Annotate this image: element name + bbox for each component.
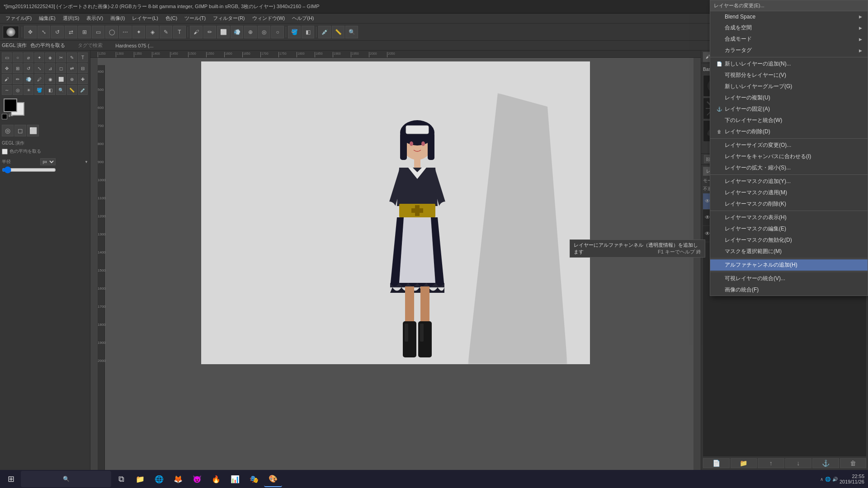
ctx-separator-6 xyxy=(710,272,868,272)
ctx-icon-17 xyxy=(716,201,723,208)
ctx-item-inner-23: 可視レイヤーの統合(V)... xyxy=(716,275,785,282)
ctx-item-scale-layer[interactable]: レイヤーの拡大・縮小(S)... xyxy=(710,162,868,174)
ctx-icon-22 xyxy=(716,262,723,269)
ctx-item-inner-9: ⚓ レイヤーの固定(A) xyxy=(716,105,770,113)
ctx-separator-1 xyxy=(710,57,868,57)
ctx-icon-20 xyxy=(716,237,723,244)
ctx-item-color-tag[interactable]: カラータグ xyxy=(710,45,868,56)
taskbar-clock[interactable]: 22:55 2019/11/26 xyxy=(840,474,864,484)
ctx-separator-4 xyxy=(710,211,868,211)
ctx-item-inner-3: 合成モード xyxy=(716,35,752,43)
ctx-icon-7 xyxy=(716,83,723,90)
ctx-item-inner-18: レイヤーマスクの表示(H) xyxy=(716,214,787,221)
ctx-icon-19 xyxy=(716,225,723,233)
ctx-item-blend-space2[interactable]: 合成を空間 xyxy=(710,22,868,33)
ctx-icon-15 xyxy=(716,178,723,185)
taskbar-start-btn[interactable]: ⊞ xyxy=(2,471,20,487)
ctx-item-disable-mask[interactable]: レイヤーマスクの無効化(D) xyxy=(710,235,868,246)
taskbar-right: ∧ 🌐 🔊 22:55 2019/11/26 xyxy=(820,474,866,484)
taskbar-volume-icon: 🔊 xyxy=(832,477,838,482)
ctx-icon-9: ⚓ xyxy=(716,106,723,113)
ctx-item-fit-canvas[interactable]: レイヤーをキャンバスに合わせる(I) xyxy=(710,151,868,162)
ctx-icon-8 xyxy=(716,94,723,102)
ctx-item-flatten-image[interactable]: 画像の統合(F) xyxy=(710,284,868,296)
ctx-item-visible-to-layer[interactable]: 可視部分をレイヤーに(V) xyxy=(710,70,868,81)
taskbar-time: 22:55 xyxy=(840,474,864,479)
taskbar: ⊞ 🔍 ⧉ 📁 🌐 🦊 😈 🔥 📊 🎭 🎨 ∧ 🌐 🔊 22:55 2019/1… xyxy=(0,470,868,488)
ctx-separator-2 xyxy=(710,138,868,139)
ctx-item-new-layer[interactable]: 📄 新しいレイヤーの追加(N)... xyxy=(710,58,868,70)
ctx-separator-5 xyxy=(710,258,868,258)
taskbar-app5-btn[interactable]: 🔥 xyxy=(207,471,225,487)
ctx-item-new-group[interactable]: 新しいレイヤーグループ(G) xyxy=(710,81,868,92)
ctx-item-inner-19: レイヤーマスクの編集(E) xyxy=(716,225,786,233)
ctx-icon-10 xyxy=(716,117,723,124)
taskbar-taskview-btn[interactable]: ⧉ xyxy=(112,471,130,487)
ctx-item-inner-13: レイヤーをキャンバスに合わせる(I) xyxy=(716,153,811,160)
ctx-icon-24 xyxy=(716,286,723,294)
ctx-item-merge-down[interactable]: 下のレイヤーと統合(W) xyxy=(710,115,868,126)
taskbar-app7-btn[interactable]: 🎭 xyxy=(245,471,263,487)
ctx-item-apply-mask[interactable]: レイヤーマスクの適用(M) xyxy=(710,187,868,198)
ctx-item-inner-10: 下のレイヤーと統合(W) xyxy=(716,117,782,124)
ctx-icon-12 xyxy=(716,142,723,149)
alpha-tooltip-shortcut: F1 キーでヘルプ 終 xyxy=(658,249,701,255)
ctx-item-inner-2: 合成を空間 xyxy=(716,24,752,32)
ctx-item-inner-7: 新しいレイヤーグループ(G) xyxy=(716,83,792,90)
taskbar-date: 2019/11/26 xyxy=(840,479,864,484)
ctx-item-edit-mask[interactable]: レイヤーマスクの編集(E) xyxy=(710,223,868,235)
ctx-item-anchor[interactable]: ⚓ レイヤーの固定(A) xyxy=(710,103,868,115)
ctx-item-inner-17: レイヤーマスクの削除(K) xyxy=(716,200,786,208)
context-menu-header: レイヤー名の変更(E)... xyxy=(710,0,868,11)
ctx-item-inner-6: 可視部分をレイヤーに(V) xyxy=(716,71,786,79)
ctx-item-duplicate[interactable]: レイヤーの複製(U) xyxy=(710,92,868,103)
taskbar-up-arrow[interactable]: ∧ xyxy=(820,477,823,482)
ctx-item-inner-24: 画像の統合(F) xyxy=(716,286,759,294)
taskbar-search-btn[interactable]: 🔍 xyxy=(21,471,111,487)
ctx-item-delete-layer[interactable]: 🗑 レイヤーの削除(D) xyxy=(710,126,868,137)
ctx-icon-4 xyxy=(716,47,723,54)
taskbar-explorer-btn[interactable]: 📁 xyxy=(131,471,149,487)
taskbar-app4-btn[interactable]: 😈 xyxy=(188,471,206,487)
taskbar-app6-btn[interactable]: 📊 xyxy=(226,471,244,487)
ctx-item-inner-14: レイヤーの拡大・縮小(S)... xyxy=(716,164,791,172)
ctx-item-inner-8: レイヤーの複製(U) xyxy=(716,94,770,102)
ctx-icon-21 xyxy=(716,248,723,255)
ctx-item-inner-5: 📄 新しいレイヤーの追加(N)... xyxy=(716,60,791,68)
ctx-item-add-alpha[interactable]: アルファチャンネルの追加(H) xyxy=(710,259,868,271)
ctx-icon-2 xyxy=(716,24,723,32)
ctx-icon-16 xyxy=(716,189,723,197)
ctx-icon-23 xyxy=(716,275,723,282)
ctx-item-inner-4: カラータグ xyxy=(716,47,752,54)
ctx-item-blend-space[interactable]: Blend Space xyxy=(710,11,868,22)
ctx-icon-18 xyxy=(716,214,723,221)
ctx-item-inner-22: アルファチャンネルの追加(H) xyxy=(716,261,797,269)
ctx-item-inner-12: レイヤーサイズの変更(O)... xyxy=(716,141,791,149)
taskbar-firefox-btn[interactable]: 🦊 xyxy=(169,471,187,487)
ctx-item-add-mask[interactable]: レイヤーマスクの追加(Y)... xyxy=(710,176,868,187)
ctx-icon-13 xyxy=(716,153,723,160)
ctx-item-delete-mask[interactable]: レイヤーマスクの削除(K) xyxy=(710,198,868,210)
ctx-item-show-mask[interactable]: レイヤーマスクの表示(H) xyxy=(710,212,868,223)
ctx-item-inner-11: 🗑 レイヤーの削除(D) xyxy=(716,128,770,136)
ctx-item-inner-15: レイヤーマスクの追加(Y)... xyxy=(716,178,791,185)
ctx-icon-blend xyxy=(716,13,723,20)
ctx-icon-11: 🗑 xyxy=(716,128,723,136)
taskbar-browser-btn[interactable]: 🌐 xyxy=(150,471,168,487)
taskbar-network-icon: 🌐 xyxy=(825,477,830,482)
ctx-item-resize-layer[interactable]: レイヤーサイズの変更(O)... xyxy=(710,140,868,151)
ctx-icon-3 xyxy=(716,36,723,43)
ctx-item-mask-to-selection[interactable]: マスクを選択範囲に(M) xyxy=(710,246,868,257)
alpha-channel-tooltip: レイヤーにアルファチャンネル（透明度情報）を追加します F1 キーでヘルプ 終 xyxy=(570,239,705,258)
ctx-item-inner-20: レイヤーマスクの無効化(D) xyxy=(716,236,792,244)
ctx-item-merge-visible[interactable]: 可視レイヤーの統合(V)... xyxy=(710,273,868,284)
ctx-icon-5: 📄 xyxy=(716,61,723,68)
ctx-icon-14 xyxy=(716,164,723,172)
context-menu: レイヤー名の変更(E)... Blend Space 合成を空間 合成モード カ… xyxy=(710,0,868,296)
ctx-icon-6 xyxy=(716,72,723,79)
ctx-separator-3 xyxy=(710,174,868,175)
ctx-item-composite-mode[interactable]: 合成モード xyxy=(710,33,868,45)
taskbar-gimp-btn[interactable]: 🎨 xyxy=(264,471,282,487)
context-menu-title: レイヤー名の変更(E)... xyxy=(714,2,764,9)
ctx-item-inner-21: マスクを選択範囲に(M) xyxy=(716,248,782,255)
